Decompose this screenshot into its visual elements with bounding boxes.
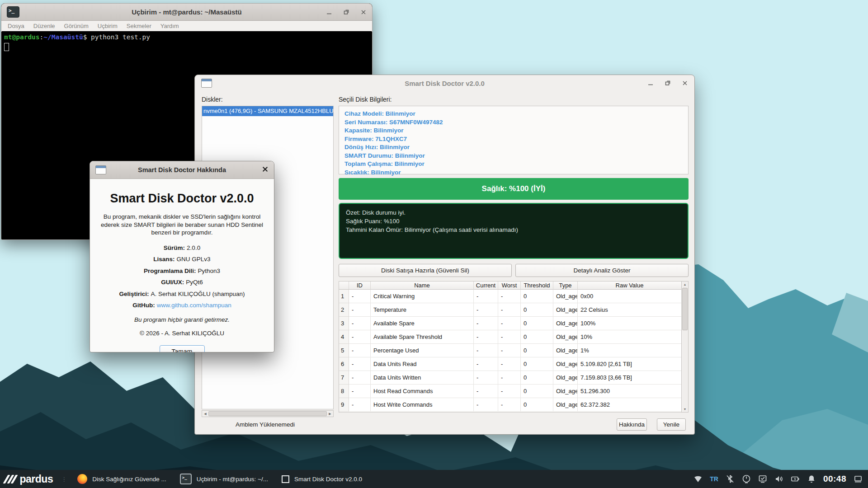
table-cell[interactable]: Host Write Commands (371, 398, 474, 412)
table-cell[interactable]: - (349, 317, 371, 330)
table-cell[interactable]: - (474, 398, 498, 412)
table-cell[interactable]: - (474, 303, 498, 317)
table-cell[interactable]: - (349, 290, 371, 303)
table-cell[interactable]: Old_age (553, 290, 578, 303)
close-icon[interactable] (262, 166, 269, 174)
table-cell[interactable]: Available Spare (371, 317, 474, 330)
taskbar-handle[interactable]: ⋮ (61, 476, 67, 483)
table-cell[interactable]: Temperature (371, 303, 474, 317)
menu-duzenle[interactable]: Düzenle (29, 23, 60, 29)
col-header-id[interactable]: ID (349, 282, 371, 290)
secure-erase-button[interactable]: Diski Satışa Hazırla (Güvenli Sil) (339, 264, 512, 277)
about-button[interactable]: Hakkında (617, 418, 647, 431)
table-vscrollbar[interactable]: ▲ ▼ (681, 282, 688, 412)
pardus-menu-button[interactable]: pardus (5, 473, 53, 485)
table-cell[interactable]: Available Spare Threshold (371, 330, 474, 344)
table-cell[interactable]: Old_age (553, 385, 578, 398)
table-cell[interactable]: Old_age (553, 344, 578, 357)
table-cell[interactable]: 1% (578, 344, 682, 357)
scroll-up-arrow-icon[interactable]: ▲ (682, 282, 688, 287)
col-header-worst[interactable]: Worst (498, 282, 521, 290)
task-disk-doctor[interactable]: Smart Disk Doctor v2.0.0 (275, 470, 369, 488)
col-header-raw-value[interactable]: Raw Value (578, 282, 682, 290)
disk-list-item-selected[interactable]: nvme0n1 (476,9G) - SAMSUNG MZAL4512HBLU-… (202, 106, 333, 116)
task-terminal[interactable]: >_ Uçbirim - mt@pardus: ~/... (173, 470, 275, 488)
vscrollbar-thumb[interactable] (682, 288, 688, 330)
github-link[interactable]: www.github.com/shampuan (157, 302, 231, 309)
table-cell[interactable]: - (498, 290, 521, 303)
table-cell[interactable]: Data Units Written (371, 371, 474, 385)
table-cell[interactable]: Old_age (553, 317, 578, 330)
table-cell[interactable]: 62.372.382 (578, 398, 682, 412)
table-cell[interactable]: - (498, 371, 521, 385)
table-cell[interactable]: - (474, 344, 498, 357)
table-cell[interactable]: - (474, 385, 498, 398)
table-cell[interactable]: Data Units Read (371, 357, 474, 371)
disk-list-hscrollbar[interactable]: ◀ ▶ (202, 410, 334, 417)
table-cell[interactable]: Old_age (553, 371, 578, 385)
table-cell[interactable]: - (474, 290, 498, 303)
menu-gorunum[interactable]: Görünüm (60, 23, 93, 29)
table-cell[interactable]: 0 (521, 371, 553, 385)
scroll-down-arrow-icon[interactable]: ▼ (682, 406, 688, 412)
table-cell[interactable]: 0 (521, 344, 553, 357)
table-cell[interactable]: 0 (521, 398, 553, 412)
menu-sekmeler[interactable]: Sekmeler (122, 23, 156, 29)
task-firefox[interactable]: Disk Sağlığınız Güvende ... (71, 470, 173, 488)
table-cell[interactable]: - (498, 398, 521, 412)
table-cell[interactable]: Host Read Commands (371, 385, 474, 398)
battery-icon[interactable] (791, 474, 800, 483)
scroll-right-arrow-icon[interactable]: ▶ (327, 411, 333, 417)
table-cell[interactable]: - (498, 303, 521, 317)
wifi-icon[interactable] (693, 474, 703, 483)
table-cell[interactable]: - (349, 303, 371, 317)
table-cell[interactable]: Old_age (553, 398, 578, 412)
refresh-button[interactable]: Yenile (657, 418, 686, 431)
table-cell[interactable]: - (349, 371, 371, 385)
table-cell[interactable]: 0 (521, 317, 553, 330)
menu-yardim[interactable]: Yardım (156, 23, 184, 29)
table-cell[interactable]: - (474, 330, 498, 344)
hscrollbar-thumb[interactable] (208, 411, 327, 416)
table-cell[interactable]: - (498, 385, 521, 398)
table-cell[interactable]: Old_age (553, 357, 578, 371)
table-cell[interactable]: - (349, 357, 371, 371)
table-cell[interactable]: 0 (521, 385, 553, 398)
show-desktop-icon[interactable] (854, 474, 863, 483)
detailed-analysis-button[interactable]: Detaylı Analiz Göster (515, 264, 689, 277)
table-cell[interactable]: 22 Celsius (578, 303, 682, 317)
menu-dosya[interactable]: Dosya (3, 23, 29, 29)
col-header-name[interactable]: Name (371, 282, 474, 290)
table-cell[interactable]: 0 (521, 357, 553, 371)
table-cell[interactable]: Old_age (553, 303, 578, 317)
table-cell[interactable]: 0 (521, 330, 553, 344)
table-cell[interactable]: - (498, 344, 521, 357)
table-cell[interactable]: - (498, 330, 521, 344)
table-cell[interactable]: 0 (521, 290, 553, 303)
menu-ucbirim[interactable]: Uçbirim (93, 23, 122, 29)
gauge-icon[interactable] (742, 474, 751, 483)
table-cell[interactable]: - (474, 371, 498, 385)
keyboard-layout-indicator[interactable]: TR (710, 475, 718, 483)
col-header-current[interactable]: Current (474, 282, 498, 290)
table-cell[interactable]: - (349, 344, 371, 357)
display-check-icon[interactable] (758, 474, 767, 483)
table-cell[interactable]: 0 (521, 303, 553, 317)
table-cell[interactable]: 7.159.803 [3,66 TB] (578, 371, 682, 385)
scroll-left-arrow-icon[interactable]: ◀ (202, 411, 208, 417)
table-cell[interactable]: - (474, 357, 498, 371)
table-cell[interactable]: 51.296.300 (578, 385, 682, 398)
table-cell[interactable]: 0x00 (578, 290, 682, 303)
table-cell[interactable]: - (474, 317, 498, 330)
col-header-threshold[interactable]: Threshold (521, 282, 553, 290)
table-cell[interactable]: 100% (578, 317, 682, 330)
table-cell[interactable]: - (498, 357, 521, 371)
notification-bell-icon[interactable] (807, 474, 816, 483)
terminal-titlebar[interactable]: >_ Uçbirim - mt@pardus: ~/Masaüstü (1, 4, 372, 21)
table-cell[interactable]: Percentage Used (371, 344, 474, 357)
about-titlebar[interactable]: Smart Disk Doctor Hakkında (90, 161, 274, 179)
table-cell[interactable]: - (349, 398, 371, 412)
clock[interactable]: 00:48 (823, 474, 846, 484)
table-cell[interactable]: - (498, 317, 521, 330)
table-cell[interactable]: Critical Warning (371, 290, 474, 303)
